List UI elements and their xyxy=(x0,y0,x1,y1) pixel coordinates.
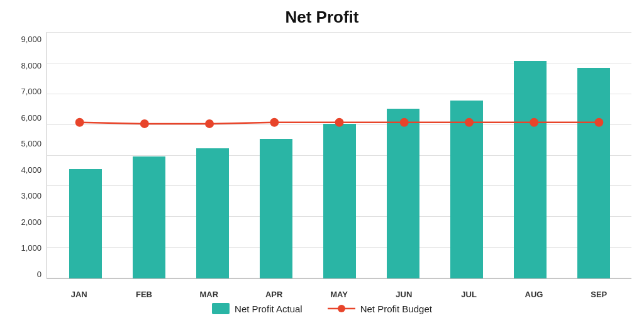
x-axis-label: JUN xyxy=(372,286,436,299)
legend-item-actual: Net Profit Actual xyxy=(212,303,303,314)
legend-item-budget: Net Profit Budget xyxy=(328,303,432,314)
bars-and-line xyxy=(47,32,631,279)
x-axis-label: FEB xyxy=(111,286,176,299)
y-axis-label: 5,000 xyxy=(21,139,42,148)
legend-budget-line-svg xyxy=(328,303,355,314)
x-axis-label: SEP xyxy=(567,286,631,299)
bar-group xyxy=(562,32,625,278)
bar-group xyxy=(180,32,244,278)
bar-group xyxy=(244,32,308,278)
bar xyxy=(450,101,483,278)
legend-actual-label: Net Profit Actual xyxy=(235,304,303,314)
bar xyxy=(577,68,610,278)
bar-group xyxy=(53,32,117,278)
bar xyxy=(69,169,102,278)
x-axis-label: MAR xyxy=(177,286,242,299)
legend-budget-label: Net Profit Budget xyxy=(360,304,432,314)
y-axis-label: 6,000 xyxy=(21,113,42,123)
x-axis-label: MAY xyxy=(306,286,371,299)
y-axis-label: 0 xyxy=(37,270,42,279)
bar-group xyxy=(498,32,562,278)
y-axis: 9,0008,0007,0006,0005,0004,0003,0002,000… xyxy=(13,32,47,299)
bar-group xyxy=(308,32,371,278)
x-axis-label: JUL xyxy=(436,286,501,299)
y-axis-label: 1,000 xyxy=(21,243,42,253)
svg-point-1 xyxy=(338,305,345,312)
x-axis-label: JAN xyxy=(47,286,111,299)
y-axis-label: 2,000 xyxy=(21,217,42,227)
y-axis-label: 9,000 xyxy=(21,35,42,44)
x-axis-label: APR xyxy=(242,286,306,299)
legend: Net Profit Actual Net Profit Budget xyxy=(212,303,432,317)
legend-bar-box xyxy=(212,303,230,314)
x-axis: JANFEBMARAPRMAYJUNJULAUGSEP xyxy=(47,279,631,299)
bar xyxy=(133,156,165,278)
chart-area: 9,0008,0007,0006,0005,0004,0003,0002,000… xyxy=(13,32,631,299)
y-axis-label: 8,000 xyxy=(21,61,42,70)
y-axis-label: 7,000 xyxy=(21,87,42,96)
chart-body: JANFEBMARAPRMAYJUNJULAUGSEP xyxy=(47,32,631,299)
bar xyxy=(323,124,356,278)
bar xyxy=(387,109,419,278)
chart-title: Net Profit xyxy=(286,8,359,27)
legend-line-icon xyxy=(328,303,355,314)
y-axis-label: 4,000 xyxy=(21,165,42,175)
x-axis-label: AUG xyxy=(501,286,566,299)
bar-group xyxy=(117,32,180,278)
bar xyxy=(514,61,547,278)
bar xyxy=(260,139,292,278)
bar-group xyxy=(435,32,498,278)
bar xyxy=(196,148,229,278)
bar-group xyxy=(371,32,435,278)
y-axis-label: 3,000 xyxy=(21,191,42,200)
bars-container xyxy=(47,32,631,278)
